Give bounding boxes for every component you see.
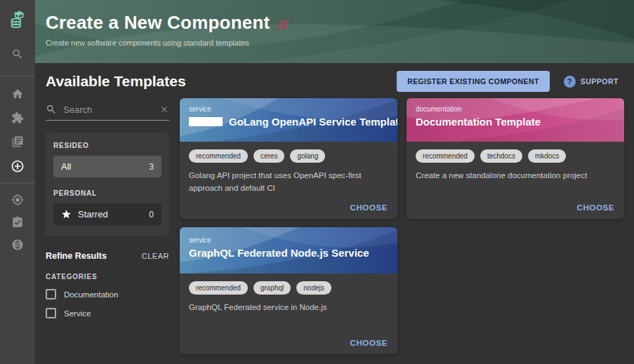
- search-icon: [11, 48, 24, 60]
- refine-results-row: Refine Results CLEAR: [46, 251, 169, 261]
- filter-item-all[interactable]: All 3: [53, 156, 161, 177]
- rail-search-button[interactable]: [0, 48, 35, 60]
- card-body: recommended graphql nodejs GraphQL Feder…: [180, 274, 397, 354]
- group-label-personal: PERSONAL: [53, 189, 161, 197]
- tag-chip: graphql: [253, 281, 291, 295]
- page-header: Create a New Component α Create new soft…: [35, 0, 634, 63]
- backstage-logo-icon[interactable]: [0, 10, 35, 29]
- sidebar-rail: [0, 0, 35, 364]
- card-header: service GoLang OpenAPI Service Template: [180, 98, 397, 142]
- tag-row: recommended techdocs mkdocs: [416, 149, 615, 163]
- help-icon: ?: [564, 76, 576, 88]
- rail-extensions-button[interactable]: [0, 112, 35, 124]
- card-body: recommended ceres golang Golang API proj…: [180, 142, 397, 219]
- choose-button[interactable]: CHOOSE: [577, 203, 614, 212]
- filter-item-label: Starred: [78, 209, 108, 220]
- rail-tasks-button[interactable]: [0, 216, 35, 229]
- tag-row: recommended graphql nodejs: [189, 281, 388, 295]
- register-existing-component-button[interactable]: REGISTER EXISTING COMPONENT: [397, 71, 550, 92]
- search-icon: [46, 104, 57, 115]
- logo-glyph: [8, 10, 27, 29]
- filter-item-starred[interactable]: Starred 0: [53, 203, 161, 225]
- clear-search-icon[interactable]: [159, 105, 169, 114]
- library-docs-icon: [11, 135, 24, 148]
- template-card-golang: service GoLang OpenAPI Service Template …: [180, 98, 397, 219]
- section-heading: Available Templates: [46, 73, 186, 90]
- card-title: GraphQL Federated Node.js Service: [189, 247, 369, 259]
- card-type-label: service: [189, 236, 388, 244]
- choose-button[interactable]: CHOOSE: [350, 203, 388, 212]
- card-title: GoLang OpenAPI Service Template: [229, 116, 397, 128]
- checkbox-icon[interactable]: [46, 308, 56, 318]
- group-label-resideo: RESIDEO: [53, 142, 161, 149]
- card-header: documentation Documentation Template: [407, 98, 624, 142]
- main-content: Available Templates REGISTER EXISTING CO…: [35, 63, 634, 364]
- my-location-icon: [11, 194, 24, 206]
- tag-chip: techdocs: [480, 149, 522, 163]
- home-icon: [11, 88, 24, 100]
- tag-row: recommended ceres golang: [189, 149, 388, 163]
- checkbox-icon[interactable]: [46, 289, 56, 299]
- tag-chip: mkdocs: [528, 149, 566, 163]
- card-header: service GraphQL Federated Node.js Servic…: [180, 227, 397, 274]
- filter-item-count: 3: [149, 162, 154, 172]
- card-description: Golang API project that uses OpenAPI spe…: [189, 170, 388, 195]
- card-type-label: documentation: [416, 105, 615, 113]
- rail-tech-radar-button[interactable]: [0, 194, 35, 206]
- checkbox-label: Documentation: [64, 290, 118, 299]
- tag-chip: recommended: [189, 281, 248, 295]
- page-title: Create a New Component: [46, 12, 270, 34]
- rail-divider: [0, 76, 35, 76]
- category-checkbox-documentation[interactable]: Documentation: [46, 289, 169, 299]
- template-card-graphql: service GraphQL Federated Node.js Servic…: [180, 227, 397, 354]
- card-body: recommended techdocs mkdocs Create a new…: [407, 142, 624, 219]
- alpha-badge: α: [277, 14, 288, 32]
- tag-chip: golang: [290, 149, 325, 163]
- card-title: Documentation Template: [416, 116, 541, 128]
- rail-create-button[interactable]: [0, 159, 35, 173]
- categories-label: CATEGORIES: [46, 273, 169, 281]
- filter-groups-panel: RESIDEO All 3 PERSONAL Starred 0: [46, 133, 169, 236]
- create-component-page: Create a New Component α Create new soft…: [0, 0, 634, 364]
- tag-chip: ceres: [253, 149, 284, 163]
- filter-sidebar: RESIDEO All 3 PERSONAL Starred 0 Refine …: [46, 104, 169, 318]
- rail-home-button[interactable]: [0, 88, 35, 100]
- choose-button[interactable]: CHOOSE: [350, 339, 388, 347]
- support-button[interactable]: ? SUPPORT: [564, 76, 619, 88]
- category-checkbox-service[interactable]: Service: [46, 308, 169, 318]
- page-subtitle: Create new software components using sta…: [46, 39, 634, 47]
- tag-chip: recommended: [416, 149, 475, 163]
- tag-chip: recommended: [189, 149, 248, 163]
- tag-chip: nodejs: [296, 281, 331, 295]
- card-type-label: service: [189, 105, 388, 113]
- template-card-documentation: documentation Documentation Template rec…: [407, 98, 624, 219]
- filter-item-label: All: [61, 161, 71, 172]
- filter-item-count: 0: [149, 210, 154, 220]
- content-toolbar: Available Templates REGISTER EXISTING CO…: [46, 70, 619, 93]
- template-search: [46, 104, 169, 121]
- template-card-grid: service GoLang OpenAPI Service Template …: [180, 98, 624, 354]
- clipboard-check-icon: [11, 216, 24, 229]
- search-input[interactable]: [63, 105, 159, 115]
- support-label: SUPPORT: [581, 77, 619, 86]
- star-icon: [61, 209, 72, 220]
- rail-divider: [0, 183, 35, 184]
- refine-results-title: Refine Results: [46, 251, 107, 261]
- template-logo-placeholder: [189, 117, 223, 126]
- checkbox-label: Service: [64, 309, 91, 318]
- money-icon: [11, 238, 24, 251]
- card-description: Create a new standalone documentation pr…: [416, 170, 615, 182]
- add-circle-icon: [11, 159, 25, 173]
- puzzle-icon: [11, 112, 24, 124]
- rail-docs-button[interactable]: [0, 135, 35, 148]
- card-description: GraphQL Federated service in Node.js: [189, 302, 388, 314]
- rail-cost-insights-button[interactable]: [0, 238, 35, 251]
- clear-filters-button[interactable]: CLEAR: [142, 252, 169, 260]
